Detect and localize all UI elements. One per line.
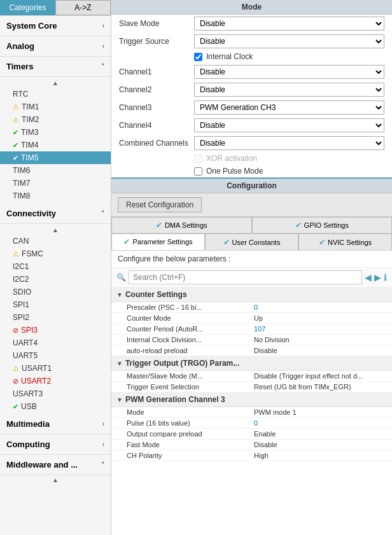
- item-label: SPI3: [21, 326, 38, 335]
- section-header-computing[interactable]: Computing ›: [0, 434, 111, 455]
- group-header-counter-settings[interactable]: ▼ Counter Settings: [111, 288, 392, 302]
- config-notice: Configure the below parameters :: [111, 251, 392, 268]
- tab-user-constants[interactable]: ✔ User Constants: [205, 233, 298, 250]
- tab-check-icon: ✔: [123, 237, 130, 246]
- tree-item: Pulse (16 bits value) 0: [111, 418, 392, 429]
- tab-atoz[interactable]: A->Z: [55, 0, 111, 15]
- sidebar-item-tim6[interactable]: TIM6: [0, 164, 111, 177]
- sidebar-item-tim5[interactable]: ✔TIM5: [0, 151, 111, 164]
- warn-icon: ⚠: [13, 103, 19, 111]
- tab-check-icon: ✔: [223, 238, 230, 247]
- sidebar-item-spi1[interactable]: SPI1: [0, 298, 111, 311]
- tree-item: Master/Slave Mode (M... Disable (Trigger…: [111, 371, 392, 382]
- scroll-up-arrow[interactable]: ▲: [0, 78, 111, 88]
- tab-parameters[interactable]: ✔ Parameter Settings: [111, 233, 205, 250]
- param-value: 0: [254, 303, 387, 311]
- param-key: Counter Mode: [127, 314, 254, 322]
- search-next-icon[interactable]: ▶: [374, 272, 381, 282]
- config-section: Configuration Reset Configuration ✔ DMA …: [111, 179, 392, 535]
- item-label: TIM2: [22, 115, 39, 124]
- group-label: PWM Generation Channel 3: [125, 395, 225, 404]
- sidebar-item-can[interactable]: CAN: [0, 235, 111, 247]
- section-header-analog[interactable]: Analog ›: [0, 36, 111, 57]
- section-header-connectivity[interactable]: Connectivity ˅: [0, 204, 111, 224]
- sidebar-item-i2c1[interactable]: I2C1: [0, 260, 111, 273]
- tree-item: Mode PWM mode 1: [111, 407, 392, 418]
- config-tabs: ✔ DMA Settings ✔ GPIO Settings: [111, 217, 392, 233]
- sidebar-item-tim7[interactable]: TIM7: [0, 177, 111, 190]
- param-key: Fast Mode: [127, 441, 254, 448]
- xor-activation-checkbox[interactable]: [194, 155, 202, 163]
- slave-mode-select[interactable]: Disable: [194, 17, 384, 31]
- group-header-trigger-output[interactable]: ▼ Trigger Output (TRGO) Param...: [111, 356, 392, 371]
- channel1-select[interactable]: Disable: [194, 65, 384, 79]
- channel4-row: Channel4 Disable: [111, 116, 392, 134]
- sidebar-item-tim8[interactable]: TIM8: [0, 190, 111, 202]
- sidebar-item-sdio[interactable]: SDIO: [0, 286, 111, 298]
- tab-categories[interactable]: Categories: [0, 0, 55, 15]
- tab-nvic[interactable]: ✔ NVIC Settings: [298, 233, 392, 250]
- collapse-icon: ▼: [116, 360, 123, 367]
- search-bar: 🔍 ◀ ▶ ℹ: [111, 268, 392, 288]
- chevron-down-icon: ˅: [101, 63, 104, 70]
- combined-channels-select[interactable]: Disable: [194, 136, 384, 150]
- section-header-multimedia[interactable]: Multimedia ›: [0, 414, 111, 434]
- sidebar-item-tim4[interactable]: ✔TIM4: [0, 139, 111, 151]
- sidebar-item-i2c2[interactable]: I2C2: [0, 273, 111, 286]
- scroll-up-arrow[interactable]: ▲: [0, 225, 111, 235]
- ok-icon: ✔: [13, 141, 18, 149]
- scroll-down-arrow-bottom[interactable]: ▲: [0, 475, 111, 485]
- channel3-label: Channel3: [119, 103, 189, 112]
- section-header-timers[interactable]: Timers ˅: [0, 57, 111, 77]
- tab-gpio[interactable]: ✔ GPIO Settings: [252, 217, 393, 233]
- sidebar-item-usart1[interactable]: ⚠USART1: [0, 362, 111, 375]
- channel2-label: Channel2: [119, 85, 189, 94]
- section-header-middleware[interactable]: Middleware and ... ˅: [0, 455, 111, 475]
- sidebar-item-tim1[interactable]: ⚠TIM1: [0, 101, 111, 113]
- channel4-select[interactable]: Disable: [194, 118, 384, 132]
- search-input[interactable]: [129, 270, 362, 284]
- sidebar-item-tim3[interactable]: ✔TIM3: [0, 126, 111, 139]
- err-icon: ⊘: [13, 377, 18, 386]
- reset-config-button[interactable]: Reset Configuration: [118, 197, 202, 212]
- section-header-system-core[interactable]: System Core ›: [0, 16, 111, 36]
- group-counter-settings: ▼ Counter Settings Prescaler (PSC - 16 b…: [111, 288, 392, 356]
- tab-label-nvic: NVIC Settings: [328, 239, 372, 246]
- channel3-select[interactable]: PWM Generation CH3: [194, 101, 384, 115]
- channel2-select[interactable]: Disable: [194, 83, 384, 97]
- sidebar-item-tim2[interactable]: ⚠TIM2: [0, 113, 111, 126]
- one-pulse-checkbox[interactable]: [194, 167, 202, 176]
- trigger-source-select[interactable]: Disable: [194, 34, 384, 48]
- sidebar-item-spi2[interactable]: SPI2: [0, 311, 111, 324]
- item-label: TIM6: [13, 166, 30, 175]
- sidebar-item-usb[interactable]: ✔USB: [0, 400, 111, 413]
- sidebar-item-rtc[interactable]: RTC: [0, 88, 111, 101]
- item-label: TIM4: [21, 141, 38, 149]
- tree-item: CH Polarity High: [111, 450, 392, 461]
- mode-section: Mode Slave Mode Disable Trigger Source D…: [111, 0, 392, 179]
- group-header-pwm-channel3[interactable]: ▼ PWM Generation Channel 3: [111, 393, 392, 407]
- ok-icon: ✔: [13, 129, 18, 137]
- item-label: USART3: [13, 389, 43, 398]
- param-key: Prescaler (PSC - 16 bi...: [127, 303, 254, 311]
- sidebar-item-spi3[interactable]: ⊘SPI3: [0, 324, 111, 337]
- group-pwm-channel3: ▼ PWM Generation Channel 3 Mode PWM mode…: [111, 393, 392, 461]
- group-trigger-output: ▼ Trigger Output (TRGO) Param... Master/…: [111, 356, 392, 393]
- search-prev-icon[interactable]: ◀: [365, 272, 372, 282]
- tab-dma[interactable]: ✔ DMA Settings: [111, 217, 252, 233]
- info-icon[interactable]: ℹ: [384, 272, 387, 282]
- channel3-row: Channel3 PWM Generation CH3: [111, 99, 392, 116]
- internal-clock-label: Internal Clock: [206, 52, 253, 61]
- xor-activation-label: XOR activation: [206, 154, 257, 163]
- sidebar-item-usart3[interactable]: USART3: [0, 387, 111, 400]
- internal-clock-checkbox[interactable]: [194, 53, 202, 61]
- param-value: Disable (Trigger input effect not d...: [254, 372, 387, 380]
- sidebar-item-uart4[interactable]: UART4: [0, 337, 111, 349]
- param-value: 0: [254, 419, 387, 427]
- sidebar-item-uart5[interactable]: UART5: [0, 349, 111, 362]
- section-computing: Computing ›: [0, 434, 111, 455]
- sidebar-item-usart2[interactable]: ⊘USART2: [0, 375, 111, 387]
- sidebar-item-fsmc[interactable]: ⚠FSMC: [0, 247, 111, 260]
- chevron-right-icon: ›: [102, 43, 104, 50]
- param-key: Pulse (16 bits value): [127, 419, 254, 427]
